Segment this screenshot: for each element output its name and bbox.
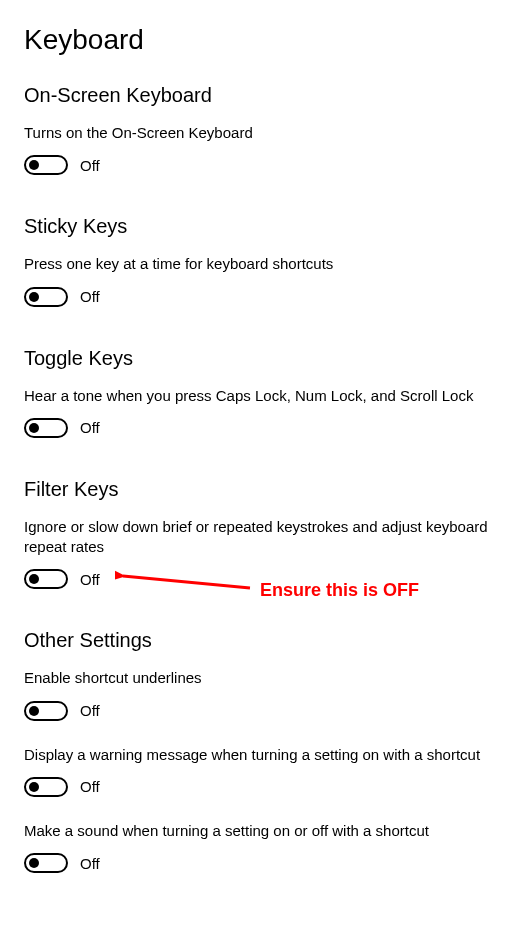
- toggle-state-label: Off: [80, 419, 100, 436]
- toggle-state-label: Off: [80, 288, 100, 305]
- section-heading: Filter Keys: [24, 478, 496, 501]
- filter-keys-toggle[interactable]: [24, 569, 68, 589]
- toggle-row: Off: [24, 569, 496, 589]
- setting-description: Make a sound when turning a setting on o…: [24, 821, 496, 841]
- setting-description: Hear a tone when you press Caps Lock, Nu…: [24, 386, 496, 406]
- toggle-state-label: Off: [80, 157, 100, 174]
- section-toggle-keys: Toggle Keys Hear a tone when you press C…: [24, 347, 496, 438]
- setting-description: Press one key at a time for keyboard sho…: [24, 254, 496, 274]
- section-on-screen-keyboard: On-Screen Keyboard Turns on the On-Scree…: [24, 84, 496, 175]
- toggle-knob: [29, 423, 39, 433]
- sticky-keys-toggle[interactable]: [24, 287, 68, 307]
- toggle-keys-toggle[interactable]: [24, 418, 68, 438]
- page-title: Keyboard: [24, 24, 496, 56]
- toggle-knob: [29, 858, 39, 868]
- toggle-row: Off: [24, 777, 496, 797]
- section-heading: Sticky Keys: [24, 215, 496, 238]
- toggle-knob: [29, 160, 39, 170]
- toggle-state-label: Off: [80, 702, 100, 719]
- warning-message-toggle[interactable]: [24, 777, 68, 797]
- section-heading: Toggle Keys: [24, 347, 496, 370]
- setting-description: Enable shortcut underlines: [24, 668, 496, 688]
- toggle-state-label: Off: [80, 571, 100, 588]
- toggle-row: Off: [24, 418, 496, 438]
- on-screen-keyboard-toggle[interactable]: [24, 155, 68, 175]
- setting-description: Turns on the On-Screen Keyboard: [24, 123, 496, 143]
- toggle-state-label: Off: [80, 778, 100, 795]
- toggle-row: Off: [24, 155, 496, 175]
- toggle-knob: [29, 706, 39, 716]
- toggle-row: Off: [24, 287, 496, 307]
- setting-description: Ignore or slow down brief or repeated ke…: [24, 517, 496, 558]
- section-filter-keys: Filter Keys Ignore or slow down brief or…: [24, 478, 496, 590]
- sound-toggle[interactable]: [24, 853, 68, 873]
- toggle-knob: [29, 574, 39, 584]
- section-sticky-keys: Sticky Keys Press one key at a time for …: [24, 215, 496, 306]
- section-heading: Other Settings: [24, 629, 496, 652]
- section-heading: On-Screen Keyboard: [24, 84, 496, 107]
- toggle-row: Off: [24, 853, 496, 873]
- toggle-row: Off: [24, 701, 496, 721]
- setting-description: Display a warning message when turning a…: [24, 745, 496, 765]
- section-other-settings: Other Settings Enable shortcut underline…: [24, 629, 496, 873]
- toggle-knob: [29, 292, 39, 302]
- toggle-knob: [29, 782, 39, 792]
- shortcut-underlines-toggle[interactable]: [24, 701, 68, 721]
- toggle-state-label: Off: [80, 855, 100, 872]
